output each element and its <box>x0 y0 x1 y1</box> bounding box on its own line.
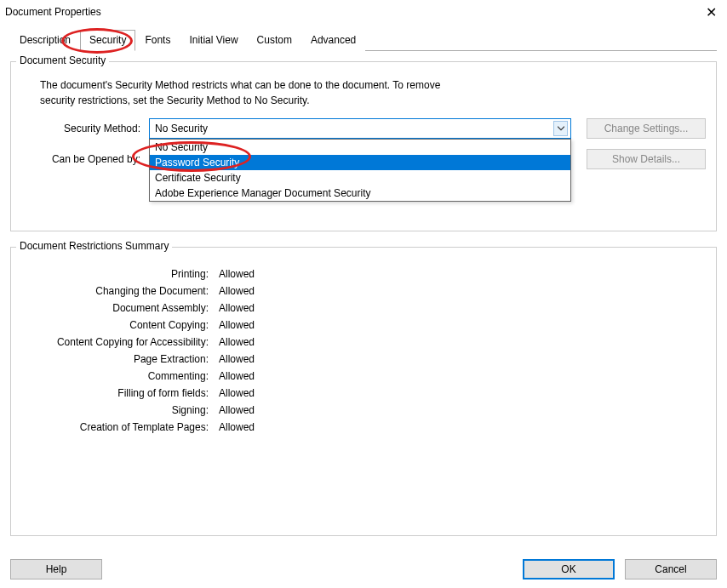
restrict-label-assembly: Document Assembly: <box>21 302 209 314</box>
dropdown-option-aem-security[interactable]: Adobe Experience Manager Document Securi… <box>150 186 570 201</box>
restrict-label-formfill: Filling of form fields: <box>21 387 209 399</box>
ok-button[interactable]: OK <box>523 559 615 579</box>
restrict-value-assembly: Allowed <box>219 302 255 314</box>
dropdown-option-password-security[interactable]: Password Security <box>150 155 570 170</box>
restrict-label-template: Creation of Template Pages: <box>21 421 209 433</box>
security-intro-text: The document's Security Method restricts… <box>40 77 706 108</box>
security-method-dropdown: No Security Password Security Certificat… <box>149 139 571 202</box>
restrict-row-accessibility: Content Copying for Accessibility: Allow… <box>21 336 706 348</box>
restrict-value-commenting: Allowed <box>219 370 255 382</box>
tab-fonts[interactable]: Fonts <box>135 30 180 51</box>
restrict-label-commenting: Commenting: <box>21 370 209 382</box>
tab-security[interactable]: Security <box>80 30 135 51</box>
bottom-buttons: Help OK Cancel <box>10 559 717 579</box>
bottom-right-buttons: OK Cancel <box>523 559 717 579</box>
restrict-row-commenting: Commenting: Allowed <box>21 370 706 382</box>
restrict-value-formfill: Allowed <box>219 387 255 399</box>
security-method-label: Security Method: <box>21 123 140 134</box>
restrict-label-signing: Signing: <box>21 404 209 416</box>
restrict-value-signing: Allowed <box>219 404 255 416</box>
tab-custom[interactable]: Custom <box>248 30 301 51</box>
restrict-value-extraction: Allowed <box>219 353 255 365</box>
restrictions-legend: Document Restrictions Summary <box>16 240 172 252</box>
dropdown-option-certificate-security[interactable]: Certificate Security <box>150 170 570 186</box>
cancel-button[interactable]: Cancel <box>625 559 717 579</box>
close-icon[interactable]: ✕ <box>702 4 720 20</box>
chevron-down-icon[interactable] <box>553 121 568 136</box>
restrict-label-printing: Printing: <box>21 268 209 280</box>
show-details-button: Show Details... <box>587 149 706 169</box>
restrict-row-changing: Changing the Document: Allowed <box>21 285 706 297</box>
help-button[interactable]: Help <box>10 559 102 579</box>
restrict-row-signing: Signing: Allowed <box>21 404 706 416</box>
restrict-value-accessibility: Allowed <box>219 336 255 348</box>
document-security-section: Document Security The document's Securit… <box>10 61 717 231</box>
security-intro-line1: The document's Security Method restricts… <box>40 77 706 93</box>
security-method-select-wrap: No Security No Security Password Securit… <box>149 118 571 139</box>
restrict-label-copying: Content Copying: <box>21 319 209 331</box>
restrict-value-copying: Allowed <box>219 319 255 331</box>
tab-description[interactable]: Description <box>10 30 80 51</box>
restrict-row-assembly: Document Assembly: Allowed <box>21 302 706 314</box>
tabs: Description Security Fonts Initial View … <box>10 29 717 51</box>
restrictions-section: Document Restrictions Summary Printing: … <box>10 247 717 536</box>
change-settings-button: Change Settings... <box>587 118 706 139</box>
restrict-row-template: Creation of Template Pages: Allowed <box>21 421 706 433</box>
restrict-row-copying: Content Copying: Allowed <box>21 319 706 331</box>
title-bar: Document Properties ✕ <box>0 0 727 24</box>
restrict-value-template: Allowed <box>219 421 255 433</box>
dropdown-option-no-security[interactable]: No Security <box>150 140 570 155</box>
restrict-label-extraction: Page Extraction: <box>21 353 209 365</box>
restrict-label-changing: Changing the Document: <box>21 285 209 297</box>
restrict-row-extraction: Page Extraction: Allowed <box>21 353 706 365</box>
security-intro-line2: security restrictions, set the Security … <box>40 93 706 108</box>
restrict-value-printing: Allowed <box>219 268 255 280</box>
document-security-legend: Document Security <box>16 54 109 66</box>
restrict-value-changing: Allowed <box>219 285 255 297</box>
security-method-select[interactable]: No Security <box>149 118 571 139</box>
tab-advanced[interactable]: Advanced <box>301 30 365 51</box>
dialog-body: Description Security Fonts Initial View … <box>0 29 727 536</box>
restrict-label-accessibility: Content Copying for Accessibility: <box>21 336 209 348</box>
tab-initial-view[interactable]: Initial View <box>180 30 247 51</box>
restrict-row-formfill: Filling of form fields: Allowed <box>21 387 706 399</box>
security-method-row: Security Method: No Security No Security… <box>21 118 706 139</box>
opened-by-label: Can be Opened by: <box>21 153 140 165</box>
restrict-row-printing: Printing: Allowed <box>21 268 706 280</box>
window-title: Document Properties <box>5 6 101 18</box>
security-method-value: No Security <box>155 123 208 134</box>
